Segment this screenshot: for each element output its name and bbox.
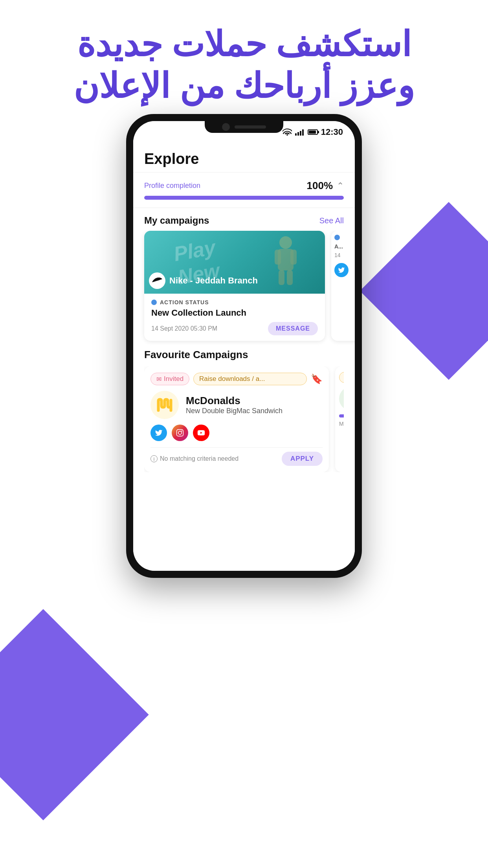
wifi-icon [283,129,292,136]
svg-point-0 [279,236,292,249]
status-icons: 12:30 [283,127,343,137]
partial-status-text: A... [334,243,355,250]
progress-bar-fill [144,196,344,200]
campaign-figure-icon [270,235,301,286]
hero-line-2: وعزز أرباحك من الإعلان [73,66,414,105]
message-button[interactable]: MESSAGE [268,322,318,335]
raise-tag: Raise downloads / a... [193,373,307,385]
partial-label-text: Mat [339,421,344,427]
my-campaigns-title: My campaigns [144,215,209,226]
fav-card-partial: Ra... Mat [335,366,344,472]
campaigns-scroll: PlayNew [133,231,355,349]
partial-raise-tag: Ra... [339,372,344,383]
social-icons-row [150,425,323,441]
fav-brand-row: McDonalds New Double BigMac Sandwich [150,391,323,419]
campaign-name: New Collection Launch [151,308,318,318]
svg-point-8 [181,430,182,432]
camera-lens [222,123,230,131]
see-all-link[interactable]: See All [319,216,344,225]
status-time: 12:30 [321,127,343,137]
campaign-status-row: ACTION STATUS [151,299,318,305]
no-criteria-text: i No matching criteria needed [150,455,238,462]
info-icon: i [150,455,158,462]
campaign-card[interactable]: PlayNew [144,231,325,341]
instagram-social-icon[interactable] [172,425,188,441]
bookmark-icon[interactable]: 🔖 [311,373,323,384]
favourite-campaigns-title: Favourite Campaigns [144,349,344,361]
fav-card-footer: i No matching criteria needed APPLY [150,447,323,466]
svg-rect-2 [275,250,281,265]
signal-icon [295,129,304,136]
bg-decoration-1 [360,202,488,380]
bg-decoration-2 [0,609,149,820]
app-header: Explore [133,143,355,173]
campaign-date: 14 Sept 2020 05:30 PM [151,325,217,332]
fav-card-top: ✉ Invited Raise downloads / a... 🔖 [150,373,323,385]
fav-campaign-name: New Double BigMac Sandwich [186,407,323,415]
battery-icon [308,129,318,135]
app-content: Explore Profile completion 100% ⌃ [133,143,355,571]
phone-outer: 12:30 Explore Profile completion 100% ⌃ [126,114,362,578]
campaign-info: ACTION STATUS New Collection Launch 14 S… [144,294,325,341]
page-title: Explore [144,151,344,167]
no-criteria-label: No matching criteria needed [160,455,238,462]
status-dot [151,300,157,305]
fav-card[interactable]: ✉ Invited Raise downloads / a... 🔖 [144,366,329,472]
youtube-social-icon[interactable] [193,425,209,441]
speaker [235,125,266,129]
phone-mockup: 12:30 Explore Profile completion 100% ⌃ [126,114,362,578]
chevron-up-icon[interactable]: ⌃ [337,181,344,191]
phone-notch [205,121,283,133]
svg-point-7 [178,431,182,434]
fav-brand-name: McDonalds [186,395,323,407]
partial-progress-bar [339,414,344,417]
partial-date-text: 14 [334,252,355,258]
partial-twitter-icon [334,263,349,277]
hero-line-1: استكشف حملات جديدة [77,25,411,64]
progress-bar-background [144,196,344,200]
svg-rect-4 [279,270,284,285]
brand-name: Nike - Jeddah Branch [169,276,258,286]
profile-label: Profile completion [144,182,200,190]
partial-brand-logo [339,387,344,410]
campaign-image: PlayNew [144,231,325,294]
partial-status-dot [334,235,340,240]
nike-logo [149,272,165,289]
svg-rect-6 [177,430,183,436]
svg-rect-3 [290,250,297,265]
mcdonalds-logo [150,391,179,419]
svg-rect-5 [287,270,293,285]
campaign-brand: Nike - Jeddah Branch [149,272,258,289]
envelope-icon: ✉ [156,375,161,383]
battery-fill [309,131,316,134]
apply-button[interactable]: APPLY [282,452,323,466]
status-label: ACTION STATUS [160,299,209,305]
campaign-card-partial: A... 14 [331,231,355,341]
campaign-footer: 14 Sept 2020 05:30 PM MESSAGE [151,322,318,335]
favourite-campaigns-section: Favourite Campaigns ✉ Invited Raise down… [133,349,355,472]
fav-cards-scroll: ✉ Invited Raise downloads / a... 🔖 [144,366,344,472]
my-campaigns-header: My campaigns See All [133,208,355,231]
fav-brand-info: McDonalds New Double BigMac Sandwich [186,395,323,415]
twitter-social-icon[interactable] [150,425,167,441]
hero-heading: استكشف حملات جديدة وعزز أرباحك من الإعلا… [0,24,488,107]
profile-percent: 100% [307,180,333,192]
invited-tag: ✉ Invited [150,373,189,385]
profile-section: Profile completion 100% ⌃ [133,173,355,208]
invited-label: Invited [164,375,183,383]
phone-screen: 12:30 Explore Profile completion 100% ⌃ [133,121,355,571]
